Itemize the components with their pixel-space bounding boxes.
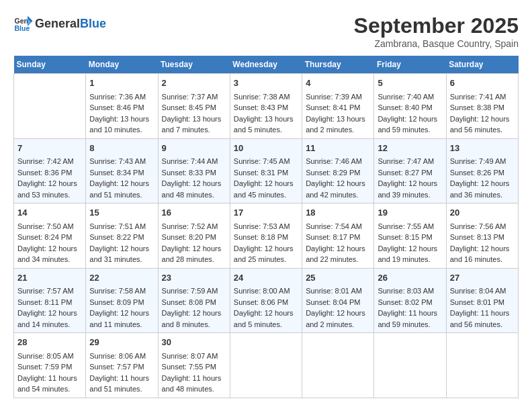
day-number: 1 xyxy=(89,77,154,90)
day-info-line: Sunset: 8:20 PM xyxy=(162,232,226,243)
day-info-line: and 31 minutes. xyxy=(89,254,154,265)
calendar-header-row: SundayMondayTuesdayWednesdayThursdayFrid… xyxy=(14,56,519,74)
logo-blue-text: Blue xyxy=(80,17,106,30)
calendar-cell: 10Sunrise: 7:45 AMSunset: 8:31 PMDayligh… xyxy=(230,138,302,203)
calendar-cell: 9Sunrise: 7:44 AMSunset: 8:33 PMDaylight… xyxy=(158,138,230,203)
day-info-line: Sunset: 8:38 PM xyxy=(450,102,515,113)
day-info-line: Daylight: 12 hours xyxy=(450,243,515,255)
day-info-line: Sunrise: 7:37 AM xyxy=(162,91,226,103)
calendar-cell xyxy=(14,74,86,139)
day-number: 27 xyxy=(450,271,515,285)
dow-header-monday: Monday xyxy=(86,56,158,74)
calendar-cell: 13Sunrise: 7:49 AMSunset: 8:26 PMDayligh… xyxy=(446,138,518,203)
day-info-line: and 10 minutes. xyxy=(89,124,154,136)
day-number: 23 xyxy=(162,271,226,285)
day-info-line: and 39 minutes. xyxy=(378,189,442,201)
calendar-cell: 27Sunrise: 8:04 AMSunset: 8:01 PMDayligh… xyxy=(446,268,518,333)
day-info-line: and 56 minutes. xyxy=(450,319,515,330)
day-info-line: Sunrise: 7:38 AM xyxy=(234,91,298,103)
day-info-line: Daylight: 13 hours xyxy=(162,113,226,125)
day-info-line: Daylight: 12 hours xyxy=(450,113,515,125)
day-info-line: Sunset: 8:40 PM xyxy=(378,102,442,113)
day-info-line: and 5 minutes. xyxy=(234,124,298,136)
day-info-line: Sunrise: 7:57 AM xyxy=(17,285,82,297)
calendar-cell: 21Sunrise: 7:57 AMSunset: 8:11 PMDayligh… xyxy=(14,268,86,333)
day-info-line: Sunset: 8:36 PM xyxy=(17,167,82,179)
calendar-cell: 20Sunrise: 7:56 AMSunset: 8:13 PMDayligh… xyxy=(446,203,518,269)
calendar-cell: 5Sunrise: 7:40 AMSunset: 8:40 PMDaylight… xyxy=(374,74,446,139)
calendar-cell: 8Sunrise: 7:43 AMSunset: 8:34 PMDaylight… xyxy=(86,138,158,203)
day-info-line: Daylight: 11 hours xyxy=(17,373,82,384)
day-info-line: and 7 minutes. xyxy=(162,124,226,136)
day-info-line: Daylight: 12 hours xyxy=(378,113,442,125)
day-info-line: Sunrise: 8:07 AM xyxy=(162,351,226,362)
day-info-line: Sunrise: 7:41 AM xyxy=(450,91,515,103)
calendar-cell: 7Sunrise: 7:42 AMSunset: 8:36 PMDaylight… xyxy=(14,138,86,203)
day-number: 16 xyxy=(162,206,226,220)
day-info-line: and 59 minutes. xyxy=(378,319,442,330)
day-number: 19 xyxy=(378,206,442,220)
day-info-line: Sunrise: 7:58 AM xyxy=(89,285,154,297)
day-info-line: Sunrise: 8:01 AM xyxy=(306,285,370,297)
day-info-line: and 11 minutes. xyxy=(89,319,154,330)
day-info-line: Daylight: 13 hours xyxy=(89,113,154,125)
day-info-line: Daylight: 12 hours xyxy=(234,178,298,189)
day-number: 21 xyxy=(17,271,82,285)
day-info-line: Daylight: 12 hours xyxy=(306,243,370,255)
day-info-line: Sunrise: 8:05 AM xyxy=(17,351,82,362)
calendar-cell: 3Sunrise: 7:38 AMSunset: 8:43 PMDaylight… xyxy=(230,74,302,139)
day-info-line: and 2 minutes. xyxy=(306,319,370,330)
day-number: 15 xyxy=(89,206,154,220)
calendar-cell: 6Sunrise: 7:41 AMSunset: 8:38 PMDaylight… xyxy=(446,74,518,139)
day-number: 22 xyxy=(89,271,154,285)
day-info-line: Sunset: 8:06 PM xyxy=(234,297,298,308)
day-info-line: and 25 minutes. xyxy=(234,254,298,265)
day-info-line: Sunrise: 8:06 AM xyxy=(89,351,154,362)
day-info-line: Daylight: 12 hours xyxy=(89,243,154,255)
day-info-line: Daylight: 12 hours xyxy=(89,178,154,189)
calendar-cell: 19Sunrise: 7:55 AMSunset: 8:15 PMDayligh… xyxy=(374,203,446,269)
day-info-line: Daylight: 12 hours xyxy=(17,243,82,255)
day-info-line: Sunset: 8:15 PM xyxy=(378,232,442,243)
day-info-line: and 36 minutes. xyxy=(450,189,515,201)
day-info-line: Daylight: 11 hours xyxy=(89,373,154,384)
calendar-cell xyxy=(446,333,518,398)
calendar-cell: 29Sunrise: 8:06 AMSunset: 7:57 PMDayligh… xyxy=(86,333,158,398)
logo-general-text: General xyxy=(35,17,80,30)
day-info-line: Sunrise: 7:42 AM xyxy=(17,156,82,167)
day-info-line: and 34 minutes. xyxy=(17,254,82,265)
day-info-line: and 2 minutes. xyxy=(306,124,370,136)
calendar-cell: 18Sunrise: 7:54 AMSunset: 8:17 PMDayligh… xyxy=(302,203,374,269)
day-info-line: Sunset: 8:46 PM xyxy=(89,102,154,113)
day-info-line: Sunrise: 7:54 AM xyxy=(306,221,370,232)
logo: Gen Blue GeneralBlue xyxy=(13,13,106,34)
day-number: 2 xyxy=(162,77,226,90)
calendar-cell: 2Sunrise: 7:37 AMSunset: 8:45 PMDaylight… xyxy=(158,74,230,139)
day-info-line: Sunset: 8:02 PM xyxy=(378,297,442,308)
day-info-line: and 48 minutes. xyxy=(162,383,226,395)
calendar-cell: 12Sunrise: 7:47 AMSunset: 8:27 PMDayligh… xyxy=(374,138,446,203)
calendar-cell: 23Sunrise: 7:59 AMSunset: 8:08 PMDayligh… xyxy=(158,268,230,333)
day-info-line: Sunrise: 8:04 AM xyxy=(450,285,515,297)
day-info-line: Daylight: 12 hours xyxy=(162,178,226,189)
day-info-line: and 16 minutes. xyxy=(450,254,515,265)
day-info-line: Sunset: 8:27 PM xyxy=(378,167,442,179)
day-info-line: and 14 minutes. xyxy=(17,319,82,330)
day-info-line: Daylight: 12 hours xyxy=(162,308,226,319)
day-info-line: Sunrise: 7:45 AM xyxy=(234,156,298,167)
day-info-line: Sunrise: 7:49 AM xyxy=(450,156,515,167)
day-info-line: Sunrise: 7:53 AM xyxy=(234,221,298,232)
day-number: 10 xyxy=(234,142,298,155)
calendar-cell: 24Sunrise: 8:00 AMSunset: 8:06 PMDayligh… xyxy=(230,268,302,333)
calendar-week-row: 21Sunrise: 7:57 AMSunset: 8:11 PMDayligh… xyxy=(14,268,519,333)
calendar-table: SundayMondayTuesdayWednesdayThursdayFrid… xyxy=(13,56,519,398)
day-info-line: Sunset: 8:04 PM xyxy=(306,297,370,308)
day-info-line: Sunrise: 7:56 AM xyxy=(450,221,515,232)
day-info-line: Sunset: 8:24 PM xyxy=(17,232,82,243)
day-info-line: Daylight: 13 hours xyxy=(306,113,370,125)
dow-header-tuesday: Tuesday xyxy=(158,56,230,74)
calendar-cell: 25Sunrise: 8:01 AMSunset: 8:04 PMDayligh… xyxy=(302,268,374,333)
day-info-line: Daylight: 12 hours xyxy=(378,178,442,189)
calendar-cell xyxy=(374,333,446,398)
day-info-line: and 51 minutes. xyxy=(89,383,154,395)
